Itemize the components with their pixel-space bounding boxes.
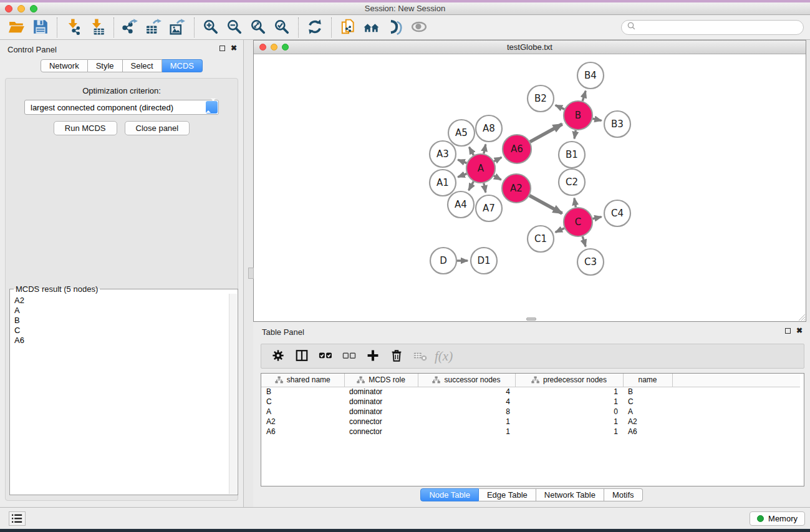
node-C1[interactable]: C1 — [528, 226, 554, 252]
node-B3[interactable]: B3 — [604, 111, 630, 137]
node-B4[interactable]: B4 — [577, 62, 604, 89]
clone-network-button[interactable] — [336, 17, 360, 38]
mcds-result-item[interactable]: A — [11, 306, 237, 316]
node-A2[interactable]: A2 — [502, 174, 531, 203]
column-header-predecessor-nodes[interactable]: predecessor nodes — [515, 374, 623, 387]
memory-button[interactable]: Memory — [750, 511, 805, 526]
node-D[interactable]: D — [430, 248, 456, 274]
run-mcds-button[interactable]: Run MCDS — [54, 121, 117, 135]
network-hscroll-thumb[interactable] — [526, 317, 536, 321]
open-session-button[interactable] — [5, 17, 29, 38]
close-panel-icon[interactable]: ✖ — [231, 44, 237, 52]
node-C2[interactable]: C2 — [559, 169, 585, 195]
edge-B-B2[interactable] — [556, 105, 564, 110]
tab-network-table[interactable]: Network Table — [536, 488, 604, 501]
edge-A2-C[interactable] — [529, 196, 562, 214]
close-table-panel-icon[interactable]: ✖ — [796, 327, 803, 334]
table-cell[interactable]: dominator — [344, 407, 418, 417]
table-cell[interactable]: 4 — [418, 387, 515, 397]
create-column-button[interactable] — [364, 347, 382, 365]
zoom-in-button[interactable] — [199, 17, 223, 38]
search-field[interactable] — [621, 20, 804, 35]
table-cell[interactable]: 1 — [515, 387, 623, 397]
table-settings-button[interactable] — [269, 347, 287, 365]
node-A3[interactable]: A3 — [430, 141, 456, 167]
zoom-selected-button[interactable] — [270, 17, 294, 38]
tab-mcds[interactable]: MCDS — [162, 59, 203, 72]
mcds-result-item[interactable]: C — [11, 326, 237, 336]
table-cell[interactable]: A2 — [261, 417, 344, 427]
table-cell[interactable]: A2 — [623, 417, 672, 427]
split-panel-button[interactable] — [292, 347, 311, 365]
export-network-button[interactable] — [118, 17, 142, 38]
table-cell[interactable]: B — [261, 387, 344, 397]
column-header-successor-nodes[interactable]: successor nodes — [418, 374, 515, 387]
tab-network[interactable]: Network — [41, 59, 88, 72]
table-cell[interactable]: dominator — [344, 387, 418, 397]
edge-A-A3[interactable] — [458, 160, 466, 163]
network-zoom-button[interactable] — [282, 44, 289, 51]
table-cell[interactable]: connector — [344, 417, 418, 427]
network-close-button[interactable] — [259, 44, 266, 51]
table-cell[interactable]: A — [261, 407, 344, 417]
minimize-window-button[interactable] — [17, 5, 25, 12]
node-B1[interactable]: B1 — [559, 142, 585, 168]
select-all-columns-button[interactable] — [316, 347, 335, 365]
zoom-window-button[interactable] — [30, 5, 37, 12]
show-graphics-details-button[interactable] — [407, 17, 431, 38]
table-cell[interactable]: 4 — [418, 397, 515, 407]
tab-select[interactable]: Select — [123, 59, 162, 72]
tab-edge-table[interactable]: Edge Table — [479, 488, 536, 501]
edge-B-B3[interactable] — [592, 118, 601, 120]
tab-style[interactable]: Style — [88, 59, 123, 72]
mcds-result-item[interactable]: A6 — [11, 336, 237, 346]
edge-B-B4[interactable] — [582, 91, 586, 101]
column-header-MCDS-role[interactable]: MCDS role — [344, 374, 418, 387]
edge-A-A6[interactable] — [494, 157, 501, 162]
tab-motifs[interactable]: Motifs — [604, 488, 643, 501]
column-header-shared-name[interactable]: shared name — [261, 374, 344, 387]
table-cell[interactable]: dominator — [344, 397, 418, 407]
network-graph[interactable]: B4B2BB3A5A8A6A3B1AA1C2A2A4A7C4CC1C3DD1 — [254, 55, 806, 321]
table-cell[interactable]: 1 — [515, 397, 623, 407]
table-cell[interactable]: 1 — [515, 417, 623, 427]
table-cell[interactable]: 1 — [418, 417, 515, 427]
edge-A-A8[interactable] — [484, 145, 486, 154]
hide-graphics-details-button[interactable] — [383, 17, 407, 38]
node-D1[interactable]: D1 — [471, 248, 497, 274]
search-input[interactable] — [637, 23, 799, 32]
node-C[interactable]: C — [564, 208, 592, 236]
node-C4[interactable]: C4 — [604, 200, 630, 226]
edge-C-C4[interactable] — [592, 217, 601, 219]
table-cell[interactable]: B — [623, 387, 672, 397]
float-panel-icon[interactable] — [219, 46, 225, 51]
table-cell[interactable]: C — [623, 397, 672, 407]
table-cell[interactable]: connector — [344, 427, 418, 437]
window-resize-grip[interactable] — [797, 312, 805, 321]
mcds-result-list[interactable]: A2ABCA6 — [11, 294, 237, 494]
node-A7[interactable]: A7 — [476, 195, 502, 221]
node-C3[interactable]: C3 — [577, 249, 604, 275]
edge-C-C3[interactable] — [582, 236, 586, 246]
mcds-result-item[interactable]: B — [11, 316, 237, 326]
home-button[interactable] — [360, 17, 383, 38]
close-window-button[interactable] — [5, 5, 12, 12]
table-cell[interactable]: A6 — [623, 427, 672, 437]
node-A4[interactable]: A4 — [448, 191, 474, 218]
criterion-select[interactable]: largest connected component (directed) — [24, 100, 219, 115]
table-cell[interactable]: A — [623, 407, 672, 417]
zoom-out-button[interactable] — [223, 17, 246, 38]
node-A8[interactable]: A8 — [476, 115, 502, 142]
delete-columns-button[interactable] — [387, 347, 406, 365]
edge-A-A5[interactable] — [469, 147, 473, 155]
edge-A-A7[interactable] — [484, 183, 486, 193]
result-scrollbar[interactable] — [229, 294, 237, 494]
refresh-network-button[interactable] — [303, 17, 327, 38]
close-panel-button[interactable]: Close panel — [125, 121, 190, 135]
network-minimize-button[interactable] — [271, 44, 277, 51]
edge-B-B1[interactable] — [574, 130, 576, 139]
node-B2[interactable]: B2 — [528, 85, 554, 112]
network-vscroll-thumb[interactable] — [248, 268, 254, 279]
edge-A-A4[interactable] — [469, 181, 474, 190]
import-table-button[interactable] — [85, 17, 109, 38]
